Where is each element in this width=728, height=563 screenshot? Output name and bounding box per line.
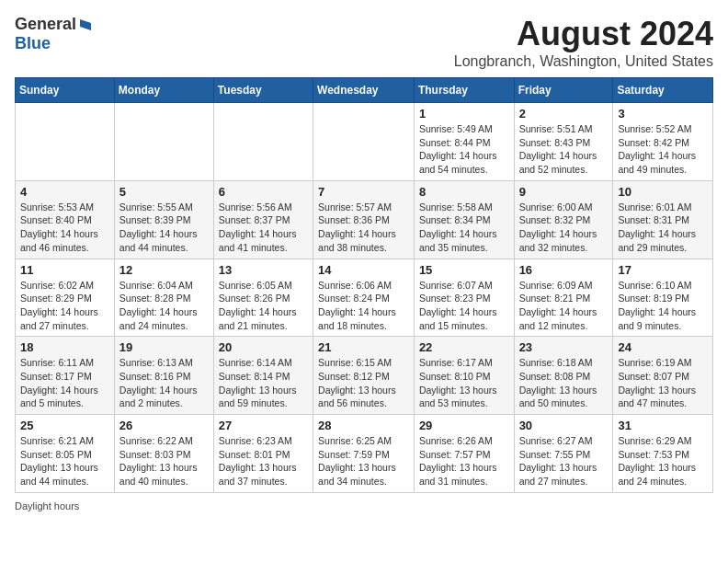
calendar-cell: 24Sunrise: 6:19 AM Sunset: 8:07 PM Dayli… (613, 337, 713, 415)
day-number: 27 (219, 419, 308, 432)
svg-marker-0 (80, 19, 91, 30)
calendar-cell: 15Sunrise: 6:07 AM Sunset: 8:23 PM Dayli… (414, 259, 514, 337)
logo-blue: Blue (15, 34, 51, 52)
day-info: Sunrise: 6:27 AM Sunset: 7:55 PM Dayligh… (519, 434, 609, 488)
day-info: Sunrise: 6:25 AM Sunset: 7:59 PM Dayligh… (318, 434, 409, 488)
title-area: August 2024 Longbranch, Washington, Unit… (454, 15, 713, 70)
day-info: Sunrise: 6:02 AM Sunset: 8:29 PM Dayligh… (20, 279, 109, 333)
day-info: Sunrise: 6:06 AM Sunset: 8:24 PM Dayligh… (318, 279, 409, 333)
day-number: 5 (119, 185, 209, 199)
calendar-cell (114, 103, 213, 181)
day-info: Sunrise: 5:55 AM Sunset: 8:39 PM Dayligh… (119, 201, 209, 255)
day-number: 26 (119, 419, 209, 432)
day-header-saturday: Saturday (613, 78, 713, 103)
day-info: Sunrise: 6:00 AM Sunset: 8:32 PM Dayligh… (519, 201, 609, 255)
day-number: 18 (20, 340, 109, 354)
day-info: Sunrise: 6:29 AM Sunset: 7:53 PM Dayligh… (618, 434, 708, 488)
page-header: General Blue August 2024 Longbranch, Was… (15, 15, 713, 70)
calendar-cell: 19Sunrise: 6:13 AM Sunset: 8:16 PM Dayli… (114, 337, 213, 415)
calendar-cell: 21Sunrise: 6:15 AM Sunset: 8:12 PM Dayli… (313, 337, 415, 415)
day-info: Sunrise: 6:23 AM Sunset: 8:01 PM Dayligh… (219, 434, 308, 488)
day-info: Sunrise: 6:07 AM Sunset: 8:23 PM Dayligh… (419, 279, 509, 333)
calendar-cell: 22Sunrise: 6:17 AM Sunset: 8:10 PM Dayli… (414, 337, 514, 415)
calendar-week-4: 18Sunrise: 6:11 AM Sunset: 8:17 PM Dayli… (16, 337, 713, 415)
day-info: Sunrise: 6:17 AM Sunset: 8:10 PM Dayligh… (419, 356, 509, 410)
location-title: Longbranch, Washington, United States (454, 53, 713, 70)
calendar-cell: 26Sunrise: 6:22 AM Sunset: 8:03 PM Dayli… (114, 415, 213, 493)
day-info: Sunrise: 5:56 AM Sunset: 8:37 PM Dayligh… (219, 201, 308, 255)
day-info: Sunrise: 6:22 AM Sunset: 8:03 PM Dayligh… (119, 434, 209, 488)
day-number: 12 (119, 263, 209, 277)
day-number: 20 (219, 340, 308, 354)
day-number: 23 (519, 340, 609, 354)
day-info: Sunrise: 6:05 AM Sunset: 8:26 PM Dayligh… (219, 279, 308, 333)
calendar-cell (313, 103, 415, 181)
day-info: Sunrise: 6:04 AM Sunset: 8:28 PM Dayligh… (119, 279, 209, 333)
day-header-wednesday: Wednesday (313, 78, 415, 103)
day-number: 11 (20, 263, 109, 277)
day-number: 25 (20, 419, 109, 432)
calendar-cell: 12Sunrise: 6:04 AM Sunset: 8:28 PM Dayli… (114, 259, 213, 337)
calendar-cell: 5Sunrise: 5:55 AM Sunset: 8:39 PM Daylig… (114, 180, 213, 259)
day-number: 14 (318, 263, 409, 277)
day-number: 6 (219, 185, 308, 199)
calendar-cell (213, 103, 313, 181)
day-number: 2 (519, 107, 609, 121)
day-number: 16 (519, 263, 609, 277)
calendar-cell: 23Sunrise: 6:18 AM Sunset: 8:08 PM Dayli… (514, 337, 613, 415)
day-info: Sunrise: 5:58 AM Sunset: 8:34 PM Dayligh… (419, 201, 509, 255)
calendar-cell (16, 103, 115, 181)
calendar-cell: 25Sunrise: 6:21 AM Sunset: 8:05 PM Dayli… (16, 415, 115, 493)
day-number: 31 (618, 419, 708, 432)
calendar-cell: 1Sunrise: 5:49 AM Sunset: 8:44 PM Daylig… (414, 103, 514, 181)
day-header-tuesday: Tuesday (213, 78, 313, 103)
logo: General Blue (15, 15, 93, 53)
day-number: 17 (618, 263, 708, 277)
day-number: 15 (419, 263, 509, 277)
day-number: 1 (419, 107, 509, 121)
day-info: Sunrise: 5:53 AM Sunset: 8:40 PM Dayligh… (20, 201, 109, 255)
day-info: Sunrise: 5:57 AM Sunset: 8:36 PM Dayligh… (318, 201, 409, 255)
calendar-week-1: 1Sunrise: 5:49 AM Sunset: 8:44 PM Daylig… (16, 103, 713, 181)
day-info: Sunrise: 6:15 AM Sunset: 8:12 PM Dayligh… (318, 356, 409, 410)
day-number: 28 (318, 419, 409, 432)
calendar-cell: 18Sunrise: 6:11 AM Sunset: 8:17 PM Dayli… (16, 337, 115, 415)
day-info: Sunrise: 5:51 AM Sunset: 8:43 PM Dayligh… (519, 122, 609, 177)
day-number: 13 (219, 263, 308, 277)
calendar-cell: 11Sunrise: 6:02 AM Sunset: 8:29 PM Dayli… (16, 259, 115, 337)
calendar-cell: 20Sunrise: 6:14 AM Sunset: 8:14 PM Dayli… (213, 337, 313, 415)
day-number: 29 (419, 419, 509, 432)
day-header-friday: Friday (514, 78, 613, 103)
calendar-cell: 14Sunrise: 6:06 AM Sunset: 8:24 PM Dayli… (313, 259, 415, 337)
month-title: August 2024 (454, 15, 713, 53)
day-number: 19 (119, 340, 209, 354)
calendar-cell: 28Sunrise: 6:25 AM Sunset: 7:59 PM Dayli… (313, 415, 415, 493)
calendar-cell: 29Sunrise: 6:26 AM Sunset: 7:57 PM Dayli… (414, 415, 514, 493)
day-info: Sunrise: 6:19 AM Sunset: 8:07 PM Dayligh… (618, 356, 708, 410)
calendar-cell: 17Sunrise: 6:10 AM Sunset: 8:19 PM Dayli… (613, 259, 713, 337)
calendar-table: SundayMondayTuesdayWednesdayThursdayFrid… (15, 77, 713, 493)
calendar-week-2: 4Sunrise: 5:53 AM Sunset: 8:40 PM Daylig… (16, 180, 713, 259)
calendar-cell: 27Sunrise: 6:23 AM Sunset: 8:01 PM Dayli… (213, 415, 313, 493)
calendar-header-row: SundayMondayTuesdayWednesdayThursdayFrid… (16, 78, 713, 103)
day-info: Sunrise: 6:21 AM Sunset: 8:05 PM Dayligh… (20, 434, 109, 488)
calendar-cell: 9Sunrise: 6:00 AM Sunset: 8:32 PM Daylig… (514, 180, 613, 259)
day-info: Sunrise: 6:26 AM Sunset: 7:57 PM Dayligh… (419, 434, 509, 488)
calendar-cell: 3Sunrise: 5:52 AM Sunset: 8:42 PM Daylig… (613, 103, 713, 181)
calendar-cell: 30Sunrise: 6:27 AM Sunset: 7:55 PM Dayli… (514, 415, 613, 493)
day-number: 4 (20, 185, 109, 199)
calendar-cell: 31Sunrise: 6:29 AM Sunset: 7:53 PM Dayli… (613, 415, 713, 493)
day-info: Sunrise: 5:52 AM Sunset: 8:42 PM Dayligh… (618, 122, 708, 177)
day-number: 8 (419, 185, 509, 199)
day-info: Sunrise: 6:14 AM Sunset: 8:14 PM Dayligh… (219, 356, 308, 410)
footer-note: Daylight hours (15, 500, 713, 511)
day-number: 9 (519, 185, 609, 199)
calendar-week-3: 11Sunrise: 6:02 AM Sunset: 8:29 PM Dayli… (16, 259, 713, 337)
day-info: Sunrise: 6:18 AM Sunset: 8:08 PM Dayligh… (519, 356, 609, 410)
day-header-sunday: Sunday (16, 78, 115, 103)
day-info: Sunrise: 6:11 AM Sunset: 8:17 PM Dayligh… (20, 356, 109, 410)
calendar-week-5: 25Sunrise: 6:21 AM Sunset: 8:05 PM Dayli… (16, 415, 713, 493)
day-info: Sunrise: 5:49 AM Sunset: 8:44 PM Dayligh… (419, 122, 509, 177)
day-number: 3 (618, 107, 708, 121)
calendar-cell: 7Sunrise: 5:57 AM Sunset: 8:36 PM Daylig… (313, 180, 415, 259)
